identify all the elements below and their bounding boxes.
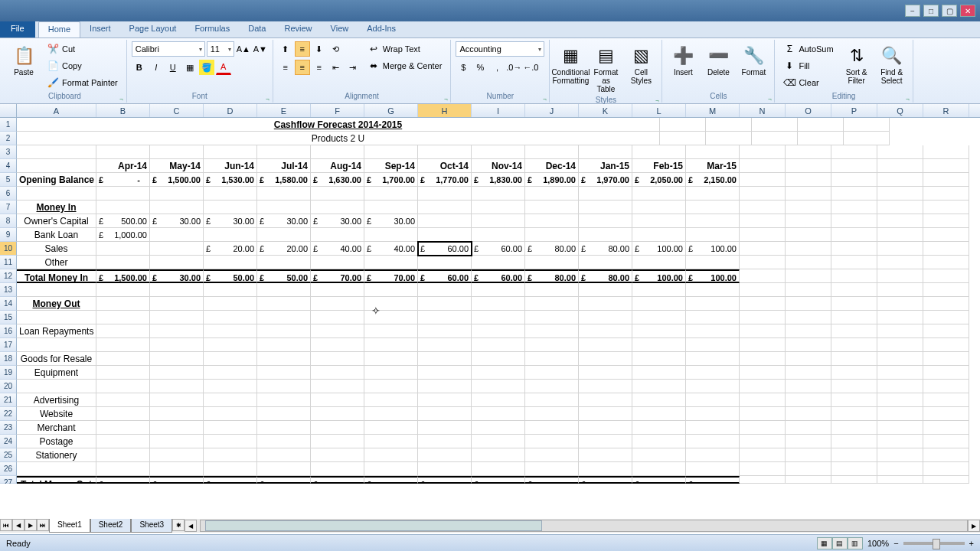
cell[interactable] xyxy=(364,407,418,421)
align-bottom-button[interactable]: ⬇ xyxy=(312,41,327,57)
cell[interactable] xyxy=(923,187,969,201)
cell[interactable] xyxy=(740,352,786,366)
tab-formulas[interactable]: Formulas xyxy=(185,21,239,37)
cell[interactable] xyxy=(525,380,579,393)
number-format-combo[interactable]: Accounting xyxy=(456,41,544,57)
cell[interactable] xyxy=(579,297,632,311)
page-layout-view-button[interactable]: ▤ xyxy=(832,537,848,549)
cell[interactable] xyxy=(632,380,686,393)
cell[interactable] xyxy=(923,421,969,435)
cell[interactable] xyxy=(740,311,786,324)
cell[interactable] xyxy=(364,352,418,366)
cell[interactable] xyxy=(150,352,204,366)
row-label[interactable] xyxy=(17,338,96,352)
zoom-in-button[interactable]: + xyxy=(969,539,974,548)
cell[interactable]: £70.00 xyxy=(311,269,364,283)
cell[interactable]: £ xyxy=(150,476,204,484)
cell[interactable] xyxy=(525,187,579,201)
cell[interactable] xyxy=(632,214,686,228)
cell[interactable] xyxy=(472,352,525,366)
col-header-K[interactable]: K xyxy=(579,104,632,117)
col-header-E[interactable]: E xyxy=(257,104,311,117)
cell[interactable] xyxy=(831,145,877,159)
cell[interactable]: £60.00 xyxy=(472,269,525,283)
cell[interactable] xyxy=(740,380,786,393)
cell[interactable] xyxy=(740,393,786,407)
cell[interactable] xyxy=(798,118,844,132)
font-name-combo[interactable]: Calibri xyxy=(132,41,205,57)
cell[interactable] xyxy=(364,462,418,476)
cell[interactable] xyxy=(923,380,969,393)
sheet-tab-3[interactable]: Sheet3 xyxy=(131,519,172,533)
cell[interactable] xyxy=(472,145,525,159)
row-header[interactable]: 23 xyxy=(0,421,17,435)
cell[interactable] xyxy=(418,201,472,214)
row-label[interactable]: Bank Loan xyxy=(17,228,96,242)
cell[interactable] xyxy=(311,187,364,201)
cell[interactable] xyxy=(579,311,632,324)
cell[interactable] xyxy=(579,187,632,201)
align-top-button[interactable]: ⬆ xyxy=(278,41,293,57)
cell[interactable]: £1,970.00 xyxy=(579,173,632,187)
col-header-A[interactable]: A xyxy=(17,104,96,117)
cell[interactable]: £2,050.00 xyxy=(632,173,686,187)
row-header[interactable]: 25 xyxy=(0,448,17,462)
row-header[interactable]: 14 xyxy=(0,297,17,311)
cell[interactable] xyxy=(311,352,364,366)
cell[interactable] xyxy=(204,201,257,214)
cell[interactable] xyxy=(96,448,150,462)
cell[interactable] xyxy=(632,338,686,352)
cell[interactable] xyxy=(877,421,923,435)
tab-nav-last[interactable]: ⏭ xyxy=(37,519,49,531)
row-header[interactable]: 2 xyxy=(0,132,17,145)
find-select-button[interactable]: 🔍Find & Select xyxy=(876,41,908,87)
cell[interactable] xyxy=(632,393,686,407)
cell[interactable] xyxy=(844,132,890,145)
cell[interactable] xyxy=(786,173,831,187)
cell[interactable] xyxy=(311,297,364,311)
cell[interactable] xyxy=(472,380,525,393)
cell-styles-button[interactable]: ▧Cell Styles xyxy=(625,41,657,87)
cell[interactable]: £1,830.00 xyxy=(472,173,525,187)
cell[interactable] xyxy=(96,311,150,324)
border-button[interactable]: ▦ xyxy=(182,60,198,75)
tab-nav-first[interactable]: ⏮ xyxy=(0,519,12,531)
cell[interactable] xyxy=(877,462,923,476)
cell[interactable] xyxy=(686,435,740,448)
cell[interactable] xyxy=(96,256,150,269)
cells-format-button[interactable]: 🔧Format xyxy=(737,41,769,79)
cell[interactable] xyxy=(525,366,579,380)
row-header[interactable]: 17 xyxy=(0,338,17,352)
cell[interactable] xyxy=(418,448,472,462)
col-header-M[interactable]: M xyxy=(686,104,740,117)
cell[interactable]: £30.00 xyxy=(150,214,204,228)
cell[interactable] xyxy=(418,435,472,448)
month-header[interactable]: Nov-14 xyxy=(472,159,525,173)
row-header[interactable]: 12 xyxy=(0,269,17,283)
cell[interactable] xyxy=(364,324,418,338)
cell[interactable] xyxy=(472,407,525,421)
cell[interactable] xyxy=(257,366,311,380)
cell[interactable] xyxy=(740,201,786,214)
cell[interactable] xyxy=(579,393,632,407)
cell[interactable] xyxy=(525,228,579,242)
cell[interactable] xyxy=(418,462,472,476)
cell[interactable] xyxy=(740,187,786,201)
month-header[interactable]: Feb-15 xyxy=(632,159,686,173)
cell[interactable] xyxy=(17,311,96,324)
cell[interactable] xyxy=(150,283,204,297)
restore-button[interactable]: □ xyxy=(923,5,939,17)
cell[interactable] xyxy=(740,145,786,159)
cell[interactable] xyxy=(786,283,831,297)
cell[interactable] xyxy=(831,256,877,269)
cell[interactable]: £30.00 xyxy=(257,214,311,228)
cell[interactable] xyxy=(877,476,923,484)
cell[interactable] xyxy=(740,242,786,256)
cell[interactable] xyxy=(17,187,96,201)
cell[interactable] xyxy=(831,462,877,476)
cell[interactable] xyxy=(786,214,831,228)
cell[interactable]: £80.00 xyxy=(579,242,632,256)
cell[interactable] xyxy=(632,201,686,214)
cell[interactable] xyxy=(706,118,752,132)
cell[interactable]: £60.00 xyxy=(418,242,472,256)
